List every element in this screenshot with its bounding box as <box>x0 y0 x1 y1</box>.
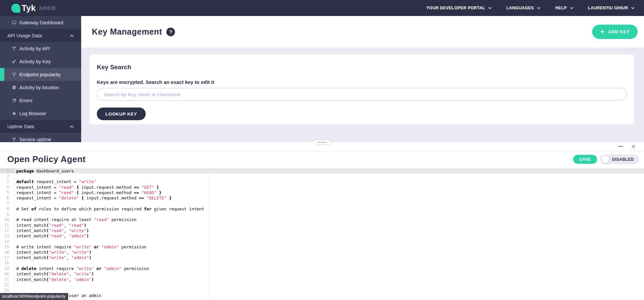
line-content: # Set of rules to define which permissio… <box>15 206 204 211</box>
key-search-description: Keys are encrypted. Search an exact key … <box>97 79 627 85</box>
opa-panel-header: Open Policy Agent SAVE DISABLED <box>0 151 644 167</box>
line-content: # read intent require at least "read" pe… <box>15 217 136 222</box>
fork-icon <box>12 72 16 77</box>
opa-panel-actions: SAVE DISABLED <box>573 154 639 164</box>
topbar-menu-label: LANGUAGES <box>506 6 534 10</box>
topbar-menu-your-developer-portal[interactable]: YOUR DEVELOPER PORTAL <box>426 6 492 10</box>
logo-text: Tyk <box>22 3 36 13</box>
line-content: intent_match("write", "admin") <box>15 255 91 260</box>
sidebar-item-activity-by-key[interactable]: Activity by Key <box>0 55 81 68</box>
key-search-card: Key Search Keys are encrypted. Search an… <box>89 55 634 124</box>
sidebar-section-api-usage-data[interactable]: API Usage Data <box>0 29 81 42</box>
line-number: 7 <box>0 201 15 206</box>
sidebar-item-label: Endpoint popularity <box>19 72 61 77</box>
sidebar-item-activity-by-location[interactable]: Activity by location <box>0 81 81 94</box>
line-content: request_intent = "read" { input.request.… <box>15 185 159 190</box>
toggle-label: DISABLED <box>612 157 634 162</box>
line-content: default request_intent = "write" <box>15 179 96 184</box>
topbar-menu-laurentiu-ghiur[interactable]: LAURENTIU GHIUR <box>588 6 635 10</box>
main-content: Key Management ? ADD KEY Key Search Keys… <box>81 16 644 142</box>
disabled-toggle[interactable]: DISABLED <box>600 154 639 164</box>
sidebar-section-label: API Usage Data <box>7 33 42 38</box>
line-number: 11 <box>0 223 15 227</box>
monitor-icon <box>12 20 16 25</box>
toggle-knob <box>601 155 609 163</box>
page-title: Key Management <box>92 27 162 37</box>
minimize-icon[interactable] <box>618 146 623 147</box>
sidebar-section-uptime-data[interactable]: Uptime Data <box>0 120 81 133</box>
sidebar-section-label: Uptime Data <box>7 124 34 129</box>
globe-icon <box>12 85 16 90</box>
chevron-down-icon <box>537 7 541 9</box>
line-number: 15 <box>0 244 15 249</box>
line-number: 17 <box>0 255 15 260</box>
add-key-button[interactable]: ADD KEY <box>592 25 638 39</box>
status-url-tooltip: localhost:9000/endpoint-popularity <box>0 293 68 300</box>
line-content: package dashboard_users <box>15 168 74 173</box>
line-number: 18 <box>0 261 15 265</box>
key-search-input[interactable] <box>97 88 627 101</box>
line-number: 4 <box>0 185 15 189</box>
code-line: 13intent_match("read", "admin") <box>0 233 644 239</box>
sidebar-item-errors[interactable]: Errors <box>0 94 81 107</box>
sidebar-item-activity-by-api[interactable]: Activity by API <box>0 42 81 55</box>
code-line: 11intent_match("read", "read") <box>0 222 644 228</box>
code-line: 14 <box>0 239 644 244</box>
sidebar-item-gateway-dashboard[interactable]: Gateway Dashboard <box>0 16 81 29</box>
code-line: 8# Set of rules to define which permissi… <box>0 206 644 211</box>
code-line: 17intent_match("write", "admin") <box>0 255 644 260</box>
line-number: 6 <box>0 196 15 200</box>
topbar-menu-label: YOUR DEVELOPER PORTAL <box>426 6 485 10</box>
line-number: 1 <box>0 168 15 173</box>
code-line: 1package dashboard_users <box>0 168 644 173</box>
sidebar-item-endpoint-popularity[interactable]: Endpoint popularity <box>0 68 81 81</box>
drag-dots-icon <box>318 142 327 143</box>
chevron-down-icon <box>488 7 492 9</box>
topbar-menu-help[interactable]: HELP <box>555 6 573 10</box>
sidebar-item-label: Service uptime <box>19 137 51 142</box>
sidebar-item-label: Log Browser <box>19 111 46 116</box>
plus-icon <box>600 29 605 34</box>
line-content: request_intent = "delete" { input.reques… <box>15 195 172 200</box>
app-root: Tyk (v3.0.0) YOUR DEVELOPER PORTALLANGUA… <box>0 0 644 300</box>
code-line: 21intent_match("delete", "admin") <box>0 277 644 282</box>
chevron-up-icon <box>70 125 74 128</box>
code-editor[interactable]: 1package dashboard_users23default reques… <box>0 167 644 300</box>
chevron-down-icon <box>570 7 573 9</box>
topbar-menu-languages[interactable]: LANGUAGES <box>506 6 541 10</box>
key-search-title: Key Search <box>97 55 627 71</box>
sidebar-item-label: Gateway Dashboard <box>19 20 63 25</box>
panel-drag-handle[interactable] <box>314 140 331 145</box>
line-number: 10 <box>0 217 15 222</box>
sidebar-item-label: Activity by location <box>19 85 59 90</box>
line-number: 23 <box>0 288 15 293</box>
tyk-leaf-icon <box>11 4 20 13</box>
topbar-menu-label: HELP <box>555 6 567 10</box>
pie-icon <box>12 98 16 103</box>
add-key-label: ADD KEY <box>608 29 630 34</box>
line-number: 13 <box>0 234 15 238</box>
opa-panel-title: Open Policy Agent <box>7 154 85 164</box>
code-rows: 1package dashboard_users23default reques… <box>0 168 644 298</box>
code-line: 6request_intent = "delete" { input.reque… <box>0 195 644 200</box>
code-line: 3default request_intent = "write" <box>0 179 644 184</box>
lookup-key-button[interactable]: LOOKUP KEY <box>97 108 146 120</box>
line-number: 3 <box>0 179 15 184</box>
tyk-logo[interactable]: Tyk (v3.0.0) <box>11 3 55 13</box>
code-line: 16intent_match("write", "write") <box>0 249 644 255</box>
sidebar-item-log-browser[interactable]: Log Browser <box>0 107 81 120</box>
line-number: 21 <box>0 277 15 282</box>
close-icon[interactable] <box>631 145 635 149</box>
line-content: intent_match("read", "admin") <box>15 233 89 238</box>
line-content: intent_match("read", "read") <box>15 223 86 228</box>
code-line: 9 <box>0 211 644 217</box>
sidebar-item-service-uptime[interactable]: Service uptime <box>0 133 81 142</box>
sidebar-item-label: Activity by Key <box>19 59 51 64</box>
help-icon[interactable]: ? <box>166 28 175 36</box>
bug-icon <box>12 111 16 116</box>
line-content: intent_match("read", "write") <box>15 228 89 233</box>
save-button[interactable]: SAVE <box>573 155 597 164</box>
key-icon <box>12 59 16 64</box>
sidebar-item-label: Errors <box>19 98 32 103</box>
line-number: 19 <box>0 266 15 271</box>
